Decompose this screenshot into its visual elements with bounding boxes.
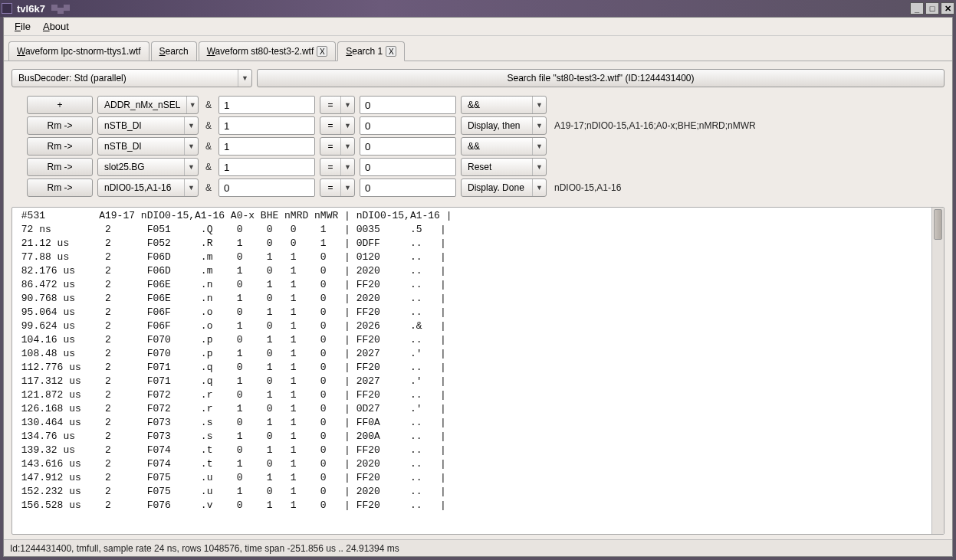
op-combo[interactable]: =▼ xyxy=(320,137,355,156)
chevron-down-icon[interactable]: ▼ xyxy=(532,159,546,175)
chevron-down-icon[interactable]: ▼ xyxy=(340,117,354,134)
statusbar-text: Id:1244431400, tmfull, sample rate 24 ns… xyxy=(10,543,399,554)
chevron-down-icon[interactable]: ▼ xyxy=(340,97,354,113)
filter-row-1: Rm ->nSTB_DI▼&=▼Display, then▼A19-17;nDI… xyxy=(27,116,945,135)
value2-input[interactable] xyxy=(360,178,456,197)
app-icon xyxy=(2,3,12,14)
signal-combo[interactable]: nSTB_DI▼ xyxy=(97,116,199,135)
menubar: File About xyxy=(4,18,952,36)
row-button[interactable]: Rm -> xyxy=(27,178,93,197)
chevron-down-icon[interactable]: ▼ xyxy=(532,117,546,134)
op-combo[interactable]: =▼ xyxy=(320,116,355,135)
decoder-combo[interactable]: BusDecoder: Std (parallel) ▼ xyxy=(11,69,252,87)
tab-close-icon[interactable]: X xyxy=(386,46,396,57)
value1-input[interactable] xyxy=(218,116,315,135)
trail-label: nDIO0-15,A1-16 xyxy=(551,182,621,193)
amp-label: & xyxy=(203,162,214,172)
chevron-down-icon[interactable]: ▼ xyxy=(532,97,546,113)
action-combo[interactable]: Display, then▼ xyxy=(461,116,547,135)
minimize-button[interactable]: _ xyxy=(910,2,924,15)
signal-combo[interactable]: nSTB_DI▼ xyxy=(97,137,199,156)
action-combo[interactable]: Display. Done▼ xyxy=(461,178,547,197)
tab-3[interactable]: Search 1X xyxy=(337,41,405,61)
action-combo[interactable]: &&▼ xyxy=(461,137,547,156)
vertical-scrollbar[interactable] xyxy=(931,208,944,534)
value2-input[interactable] xyxy=(360,116,456,135)
action-combo[interactable]: &&▼ xyxy=(461,96,547,114)
tab-close-icon[interactable]: X xyxy=(317,46,327,57)
action-combo[interactable]: Reset▼ xyxy=(461,158,547,176)
filter-row-3: Rm ->slot25.BG▼&=▼Reset▼ xyxy=(27,158,945,176)
decoder-label: BusDecoder: Std (parallel) xyxy=(12,73,238,84)
tab-label: Waveform st80-test3-2.wtf xyxy=(207,46,314,57)
filter-row-2: Rm ->nSTB_DI▼&=▼&&▼ xyxy=(27,137,945,156)
row-button[interactable]: Rm -> xyxy=(27,137,93,156)
value1-input[interactable] xyxy=(218,178,315,197)
row-button[interactable]: Rm -> xyxy=(27,158,93,176)
chevron-down-icon[interactable]: ▼ xyxy=(186,97,198,113)
chevron-down-icon[interactable]: ▼ xyxy=(340,138,354,155)
menu-about[interactable]: About xyxy=(37,19,75,34)
signal-combo[interactable]: slot25.BG▼ xyxy=(97,158,199,176)
value1-input[interactable] xyxy=(218,137,315,156)
value2-input[interactable] xyxy=(360,96,456,114)
amp-label: & xyxy=(203,182,214,193)
tab-1[interactable]: Search xyxy=(151,41,197,61)
op-combo[interactable]: =▼ xyxy=(320,96,355,114)
titlebar-decoration xyxy=(51,3,70,14)
value1-input[interactable] xyxy=(218,158,315,176)
maximize-button[interactable]: □ xyxy=(925,2,939,15)
chevron-down-icon[interactable]: ▼ xyxy=(184,138,198,155)
chevron-down-icon[interactable]: ▼ xyxy=(532,138,546,155)
search-file-button[interactable]: Search file "st80-test3-2.wtf" (ID:12444… xyxy=(257,69,945,87)
row-button[interactable]: + xyxy=(27,96,93,114)
chevron-down-icon[interactable]: ▼ xyxy=(340,159,354,175)
amp-label: & xyxy=(203,141,214,152)
row-button[interactable]: Rm -> xyxy=(27,116,93,135)
signal-combo[interactable]: nDIO0-15,A1-16▼ xyxy=(97,178,199,197)
chevron-down-icon[interactable]: ▼ xyxy=(340,179,354,196)
chevron-down-icon[interactable]: ▼ xyxy=(238,70,251,87)
signal-combo[interactable]: ADDR_nMx_nSEL▼ xyxy=(97,96,199,114)
value1-input[interactable] xyxy=(218,96,315,114)
window-title: tvl6k7 xyxy=(17,3,45,15)
value2-input[interactable] xyxy=(360,158,456,176)
tab-label: Waveform lpc-stnorm-ttys1.wtf xyxy=(17,46,141,57)
op-combo[interactable]: =▼ xyxy=(320,158,355,176)
value2-input[interactable] xyxy=(360,137,456,156)
chevron-down-icon[interactable]: ▼ xyxy=(184,117,198,134)
close-button[interactable]: ✕ xyxy=(941,2,954,15)
chevron-down-icon[interactable]: ▼ xyxy=(184,159,198,175)
tab-2[interactable]: Waveform st80-test3-2.wtfX xyxy=(199,41,337,61)
op-combo[interactable]: =▼ xyxy=(320,178,355,197)
statusbar: Id:1244431400, tmfull, sample rate 24 ns… xyxy=(4,539,952,556)
tab-label: Search xyxy=(159,46,189,57)
titlebar: tvl6k7 _ □ ✕ xyxy=(0,0,956,17)
trail-label: A19-17;nDIO0-15,A1-16;A0-x;BHE;nMRD;nMWR xyxy=(551,120,756,131)
amp-label: & xyxy=(203,120,214,131)
tab-label: Search 1 xyxy=(346,46,383,57)
menu-file[interactable]: File xyxy=(8,19,37,34)
filter-row-0: +ADDR_nMx_nSEL▼&=▼&&▼ xyxy=(27,96,945,114)
tab-0[interactable]: Waveform lpc-stnorm-ttys1.wtf xyxy=(8,41,149,61)
chevron-down-icon[interactable]: ▼ xyxy=(532,179,546,196)
results-pane[interactable]: #531 A19-17 nDIO0-15,A1-16 A0-x BHE nMRD… xyxy=(12,208,931,534)
search-file-label: Search file "st80-test3-2.wtf" (ID:12444… xyxy=(508,73,695,84)
scrollbar-thumb[interactable] xyxy=(934,209,942,240)
filter-row-4: Rm ->nDIO0-15,A1-16▼&=▼Display. Done▼nDI… xyxy=(27,178,945,197)
amp-label: & xyxy=(203,100,214,110)
tabbar: Waveform lpc-stnorm-ttys1.wtfSearchWavef… xyxy=(4,36,952,61)
chevron-down-icon[interactable]: ▼ xyxy=(184,179,198,196)
